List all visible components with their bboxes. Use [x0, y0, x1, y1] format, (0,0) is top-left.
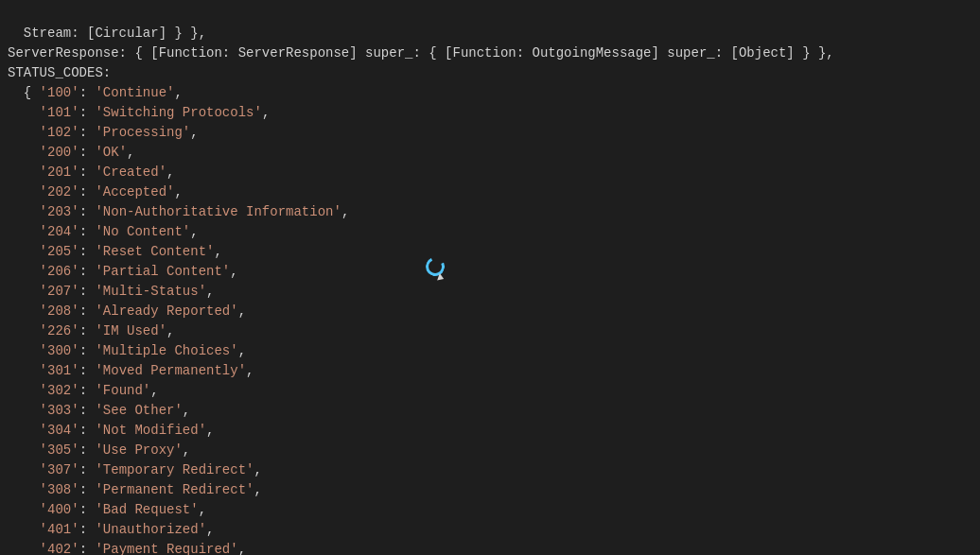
line-402: '402': 'Payment Required',	[8, 542, 246, 555]
line-308: '308': 'Permanent Redirect',	[8, 482, 262, 497]
line-100: { '100': 'Continue',	[8, 85, 183, 100]
line-303: '303': 'See Other',	[8, 403, 190, 418]
line-204: '204': 'No Content',	[8, 224, 199, 239]
line-301: '301': 'Moved Permanently',	[8, 363, 254, 378]
line-401: '401': 'Unauthorized',	[8, 522, 214, 537]
line-400: '400': 'Bad Request',	[8, 502, 206, 517]
line-stream: Stream: [Circular] } },	[8, 26, 206, 41]
line-status-codes-header: STATUS_CODES:	[8, 65, 111, 80]
line-207: '207': 'Multi-Status',	[8, 284, 214, 299]
line-307: '307': 'Temporary Redirect',	[8, 462, 262, 477]
line-200: '200': 'OK',	[8, 145, 134, 160]
line-300: '300': 'Multiple Choices',	[8, 343, 246, 358]
line-302: '302': 'Found',	[8, 383, 159, 398]
code-output: Stream: [Circular] } }, ServerResponse: …	[8, 4, 972, 555]
line-202: '202': 'Accepted',	[8, 184, 183, 199]
line-203: '203': 'Non-Authoritative Information',	[8, 204, 349, 219]
line-101: '101': 'Switching Protocols',	[8, 105, 270, 120]
line-205: '205': 'Reset Content',	[8, 244, 222, 259]
line-206: '206': 'Partial Content',	[8, 264, 238, 279]
line-305: '305': 'Use Proxy',	[8, 442, 190, 458]
line-226: '226': 'IM Used',	[8, 323, 174, 338]
line-server-response: ServerResponse: { [Function: ServerRespo…	[8, 45, 834, 61]
line-102: '102': 'Processing',	[8, 125, 199, 140]
line-201: '201': 'Created',	[8, 165, 174, 180]
line-208: '208': 'Already Reported',	[8, 304, 246, 319]
line-304: '304': 'Not Modified',	[8, 423, 214, 438]
